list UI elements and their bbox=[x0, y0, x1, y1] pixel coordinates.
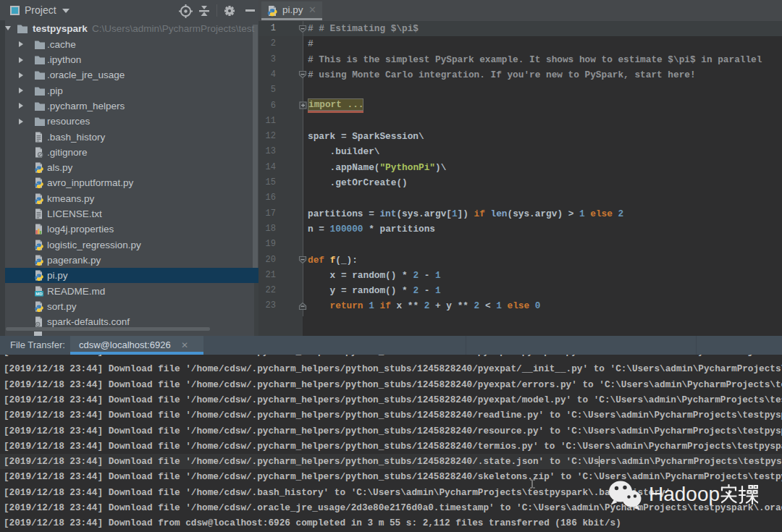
svg-text:MD: MD bbox=[35, 292, 43, 296]
